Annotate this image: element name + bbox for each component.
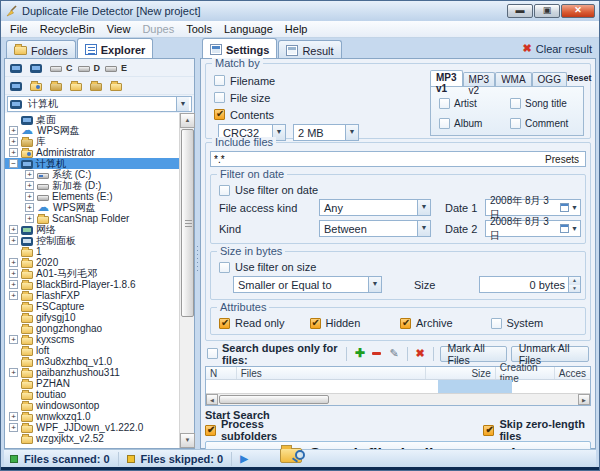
hscrollbar-thumb[interactable] — [219, 395, 329, 404]
tab-mp3v2[interactable]: MP3 v2 — [463, 72, 496, 86]
tree-item[interactable]: +☁WPS网盘 — [5, 202, 179, 213]
tree-item[interactable]: windowsontop — [5, 400, 179, 411]
checkbox-checked-icon[interactable] — [483, 425, 494, 436]
use-size-filter-checkbox[interactable]: Use filter on size — [215, 260, 581, 274]
checkbox-checked-icon[interactable] — [219, 318, 230, 329]
menu-language[interactable]: Language — [218, 22, 279, 36]
album-checkbox[interactable]: Album — [439, 113, 510, 133]
tree-item[interactable]: +控制面板 — [5, 235, 179, 246]
tree-item[interactable]: +☁WPS网盘 — [5, 125, 179, 136]
table-body[interactable] — [206, 380, 590, 393]
expander-icon[interactable]: + — [25, 214, 34, 223]
tree-item[interactable]: gongzhonghao — [5, 323, 179, 334]
mark-all-button[interactable]: Mark All Files — [440, 346, 507, 362]
checkbox-checked-icon[interactable] — [214, 109, 225, 120]
chevron-down-icon[interactable]: ▼ — [571, 204, 578, 211]
kind-select[interactable]: Between ▼ — [319, 220, 431, 237]
tree-scrollbar[interactable]: ▲ ▼ — [179, 113, 194, 448]
checkbox-icon[interactable] — [214, 92, 225, 103]
menu-tools[interactable]: Tools — [180, 22, 218, 36]
tree-item[interactable]: 1 — [5, 246, 179, 257]
scroll-left-icon[interactable]: ◀ — [206, 394, 218, 405]
expander-icon[interactable]: + — [9, 423, 18, 432]
tree-item[interactable]: +kyxscms — [5, 334, 179, 345]
expander-icon[interactable]: + — [9, 148, 18, 157]
col-access[interactable]: Acces — [555, 367, 590, 379]
scroll-right-icon[interactable]: ▶ — [578, 394, 590, 405]
tree-item[interactable]: +Administrator — [5, 147, 179, 158]
delete-all-button[interactable]: ✖ — [414, 346, 427, 361]
menu-view[interactable]: View — [101, 22, 137, 36]
size-spinner[interactable]: 0 bytes ▲▼ — [479, 276, 581, 293]
tab-mp3v1[interactable]: MP3 v1 — [430, 70, 463, 86]
col-creation-time[interactable]: Creation time — [496, 367, 555, 379]
clear-result-button[interactable]: ✖ Clear result — [523, 42, 596, 58]
scroll-up-icon[interactable]: ▲ — [180, 113, 195, 128]
col-n[interactable]: N — [206, 367, 237, 379]
remove-file-button[interactable] — [370, 346, 383, 361]
tab-ogg[interactable]: OGG — [532, 72, 567, 86]
expander-icon[interactable]: + — [9, 137, 18, 146]
tree-item[interactable]: +A01-马列毛邓 — [5, 268, 179, 279]
readonly-checkbox[interactable]: Read only — [219, 316, 310, 330]
expander-icon[interactable]: + — [9, 225, 18, 234]
tree-item[interactable]: +网络 — [5, 224, 179, 235]
edit-file-button[interactable]: ✎ — [388, 346, 401, 361]
col-files[interactable]: Files — [237, 367, 426, 379]
chevron-down-icon[interactable]: ▼ — [176, 97, 189, 111]
expander-icon[interactable]: + — [9, 412, 18, 421]
folder-tool-button-1[interactable] — [9, 80, 26, 92]
folder-tool-button-2[interactable] — [29, 80, 46, 92]
checkbox-icon[interactable] — [510, 98, 521, 109]
location-combo[interactable]: 计算机 ▼ — [7, 96, 192, 112]
tab-explorer[interactable]: Explorer — [77, 38, 154, 58]
close-button[interactable]: ✕ — [561, 4, 595, 18]
comment-checkbox[interactable]: Comment — [510, 113, 581, 133]
tab-folders[interactable]: Folders — [6, 40, 76, 58]
spinner-arrows-icon[interactable]: ▲▼ — [568, 277, 580, 292]
tree-item[interactable]: m3u8xzhbq_v1.0 — [5, 356, 179, 367]
panel-splitter[interactable] — [195, 38, 200, 449]
menu-help[interactable]: Help — [279, 22, 314, 36]
drive-c-button[interactable]: C — [49, 62, 74, 74]
expander-icon[interactable]: + — [25, 203, 34, 212]
checkbox-checked-icon[interactable] — [310, 318, 321, 329]
skip-zero-checkbox[interactable]: Skip zero-length files — [483, 422, 591, 439]
checkbox-icon[interactable] — [219, 262, 230, 273]
folder-tool-button-4[interactable] — [69, 80, 86, 92]
table-hscrollbar[interactable]: ◀ ▶ — [206, 393, 590, 405]
checkbox-checked-icon[interactable] — [205, 425, 216, 436]
file-pattern-input[interactable] — [211, 154, 545, 165]
tree-item[interactable]: wzgxjktx_v2.52 — [5, 433, 179, 444]
add-file-button[interactable]: ✚ — [353, 346, 366, 361]
menu-recyclebin[interactable]: RecycleBin — [34, 22, 101, 36]
checkbox-icon[interactable] — [439, 118, 450, 129]
block-size-select[interactable]: 2 MB ▼ — [293, 124, 359, 141]
unmark-all-button[interactable]: Unmark All Files — [511, 346, 589, 362]
expander-icon[interactable]: + — [9, 291, 18, 300]
checkbox-icon[interactable] — [219, 185, 230, 196]
tree-item[interactable]: +系统 (C:) — [5, 169, 179, 180]
tree-item[interactable]: +ScanSnap Folder — [5, 213, 179, 224]
expander-icon[interactable]: + — [9, 280, 18, 289]
expander-icon[interactable]: + — [9, 335, 18, 344]
maximize-button[interactable]: ▣ — [534, 4, 560, 18]
expander-icon[interactable]: + — [9, 258, 18, 267]
tab-wma[interactable]: WMA — [495, 72, 531, 86]
tree-item[interactable]: +FlashFXP — [5, 290, 179, 301]
expander-icon[interactable]: − — [9, 159, 18, 168]
tab-result[interactable]: Result — [278, 40, 341, 58]
chevron-down-icon[interactable]: ▼ — [571, 225, 578, 232]
tab-settings[interactable]: Settings — [202, 38, 277, 58]
drive-e-button[interactable]: E — [104, 62, 128, 74]
reset-tags-button[interactable]: Reset — [567, 73, 594, 83]
checkbox-icon[interactable] — [439, 98, 450, 109]
tree-item[interactable]: PZHAN — [5, 378, 179, 389]
expander-icon[interactable]: + — [25, 192, 34, 201]
expander-icon[interactable]: + — [9, 236, 18, 245]
tree-item[interactable]: +paibanzhushou311 — [5, 367, 179, 378]
folder-tool-button-6[interactable] — [109, 80, 126, 92]
artist-checkbox[interactable]: Artist — [439, 93, 510, 113]
tree-item[interactable]: +BlackBird-Player-1.8.6 — [5, 279, 179, 290]
archive-checkbox[interactable]: Archive — [400, 316, 491, 330]
